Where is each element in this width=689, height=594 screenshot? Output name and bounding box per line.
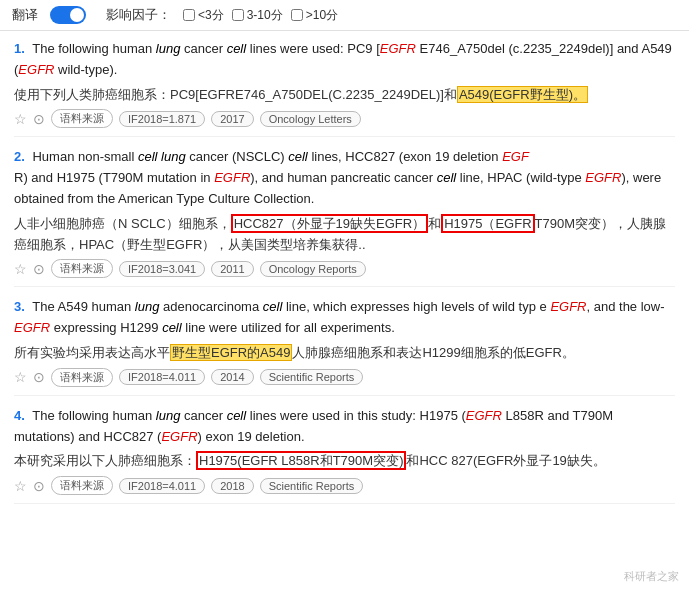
result-2-cell-2: cell [288, 149, 308, 164]
result-4-en-text: 4. The following human lung cancer cell … [14, 406, 675, 448]
result-2-star-icon[interactable]: ☆ [14, 261, 27, 277]
result-1-year-tag: 2017 [211, 111, 253, 127]
result-1-meta: ☆ ⊙ 语料来源 IF2018=1.871 2017 Oncology Lett… [14, 109, 675, 128]
filter-item-mid[interactable]: 3-10分 [232, 7, 283, 24]
result-3-copy-icon[interactable]: ⊙ [33, 369, 45, 385]
result-1-lung-1: lung [156, 41, 181, 56]
result-1-journal-tag[interactable]: Oncology Letters [260, 111, 361, 127]
result-2-en-text: 2. Human non-small cell lung cancer (NSC… [14, 147, 675, 209]
result-2-cell-1: cell [138, 149, 158, 164]
filter-item-low[interactable]: <3分 [183, 7, 224, 24]
result-1-source-tag[interactable]: 语料来源 [51, 109, 113, 128]
result-1-if-tag: IF2018=1.871 [119, 111, 205, 127]
result-4-source-tag[interactable]: 语料来源 [51, 476, 113, 495]
result-4-egfr-2: EGFR [161, 429, 197, 444]
filter-group: <3分 3-10分 >10分 [183, 7, 338, 24]
result-4-lung-1: lung [156, 408, 181, 423]
result-4-if-tag: IF2018=4.011 [119, 478, 205, 494]
result-item-4: 4. The following human lung cancer cell … [14, 406, 675, 504]
result-4-cell-1: cell [227, 408, 247, 423]
result-3-cell-2: cell [162, 320, 182, 335]
result-3-number: 3. [14, 299, 25, 314]
result-4-meta: ☆ ⊙ 语料来源 IF2018=4.011 2018 Scientific Re… [14, 476, 675, 495]
filter-checkbox-high[interactable] [291, 9, 303, 21]
result-4-copy-icon[interactable]: ⊙ [33, 478, 45, 494]
result-2-source-tag[interactable]: 语料来源 [51, 259, 113, 278]
toggle-thumb [70, 8, 84, 22]
result-3-zh-text: 所有实验均采用表达高水平野生型EGFR的A549人肺腺癌细胞系和表达H1299细… [14, 343, 675, 364]
filter-checkbox-mid[interactable] [232, 9, 244, 21]
result-4-egfr-1: EGFR [466, 408, 502, 423]
result-4-number: 4. [14, 408, 25, 423]
result-3-source-tag[interactable]: 语料来源 [51, 368, 113, 387]
result-item-3: 3. The A549 human lung adenocarcinoma ce… [14, 297, 675, 395]
result-3-egfr-2: EGFR [14, 320, 50, 335]
result-3-journal-tag[interactable]: Scientific Reports [260, 369, 364, 385]
result-4-year-tag: 2018 [211, 478, 253, 494]
result-3-meta: ☆ ⊙ 语料来源 IF2018=4.011 2014 Scientific Re… [14, 368, 675, 387]
result-4-journal-tag[interactable]: Scientific Reports [260, 478, 364, 494]
result-1-egfr-2: EGFR [18, 62, 54, 77]
filter-label-low: <3分 [198, 7, 224, 24]
result-3-zh-highlight: 野生型EGFR的A549 [170, 344, 292, 361]
result-3-if-tag: IF2018=4.011 [119, 369, 205, 385]
result-item-1: 1. The following human lung cancer cell … [14, 39, 675, 137]
result-1-egfr-1: EGFR [380, 41, 416, 56]
result-2-meta: ☆ ⊙ 语料来源 IF2018=3.041 2011 Oncology Repo… [14, 259, 675, 278]
result-item-2: 2. Human non-small cell lung cancer (NSC… [14, 147, 675, 287]
result-1-number: 1. [14, 41, 25, 56]
watermark: 科研者之家 [624, 569, 679, 584]
main-content: 1. The following human lung cancer cell … [0, 31, 689, 522]
result-1-zh-highlight: A549(EGFR野生型)。 [457, 86, 588, 103]
top-bar: 翻译 影响因子： <3分 3-10分 >10分 [0, 0, 689, 31]
result-3-en-text: 3. The A549 human lung adenocarcinoma ce… [14, 297, 675, 339]
result-2-zh-highlight-2: H1975（EGFR [441, 214, 534, 233]
result-2-cell-3: cell [437, 170, 457, 185]
filter-checkbox-low[interactable] [183, 9, 195, 21]
result-2-lung-1: lung [161, 149, 186, 164]
result-1-zh-text: 使用下列人类肺癌细胞系：PC9[EGFRE746_A750DEL(C.2235_… [14, 85, 675, 106]
result-4-zh-text: 本研究采用以下人肺癌细胞系：H1975(EGFR L858R和T790M突变)和… [14, 451, 675, 472]
result-2-egfr-3: EGFR [585, 170, 621, 185]
result-1-copy-icon[interactable]: ⊙ [33, 111, 45, 127]
filter-item-high[interactable]: >10分 [291, 7, 338, 24]
result-1-star-icon[interactable]: ☆ [14, 111, 27, 127]
result-2-year-tag: 2011 [211, 261, 253, 277]
result-2-number: 2. [14, 149, 25, 164]
result-3-cell-1: cell [263, 299, 283, 314]
translate-toggle[interactable] [50, 6, 86, 24]
filter-label-high: >10分 [306, 7, 338, 24]
result-3-lung-1: lung [135, 299, 160, 314]
result-1-cell-1: cell [227, 41, 247, 56]
result-2-copy-icon[interactable]: ⊙ [33, 261, 45, 277]
result-1-en-text: 1. The following human lung cancer cell … [14, 39, 675, 81]
result-4-star-icon[interactable]: ☆ [14, 478, 27, 494]
result-4-zh-highlight: H1975(EGFR L858R和T790M突变) [196, 451, 406, 470]
result-2-zh-highlight-1: HCC827（外显子19缺失EGFR） [231, 214, 428, 233]
result-2-zh-text: 人非小细胞肺癌（N SCLC）细胞系，HCC827（外显子19缺失EGFR）和H… [14, 214, 675, 256]
translate-label: 翻译 [12, 6, 38, 24]
result-3-year-tag: 2014 [211, 369, 253, 385]
result-2-egfr-2: EGFR [214, 170, 250, 185]
result-3-star-icon[interactable]: ☆ [14, 369, 27, 385]
result-2-egfr-1: EGF [502, 149, 529, 164]
result-2-journal-tag[interactable]: Oncology Reports [260, 261, 366, 277]
filter-label-mid: 3-10分 [247, 7, 283, 24]
influence-label: 影响因子： [106, 6, 171, 24]
result-2-if-tag: IF2018=3.041 [119, 261, 205, 277]
result-3-egfr-1: EGFR [550, 299, 586, 314]
